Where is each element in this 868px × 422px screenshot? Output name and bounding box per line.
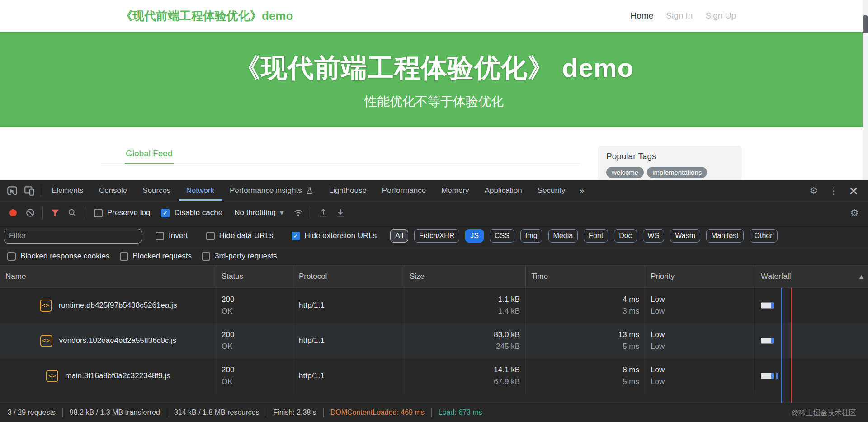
sort-asc-icon: ▲ <box>859 273 863 280</box>
request-name: runtime.db425f97b5438c5261ea.js <box>59 300 177 311</box>
resources-size: 314 kB / 1.8 MB resources <box>174 408 259 417</box>
preserve-log-toggle[interactable]: Preserve log <box>94 208 150 217</box>
filter-type-js[interactable]: JS <box>465 229 484 243</box>
tab-performance-insights[interactable]: Performance insights <box>222 180 321 201</box>
tab-memory[interactable]: Memory <box>434 180 476 201</box>
network-filter-row: Invert Hide data URLs ✓ Hide extension U… <box>0 225 868 247</box>
tab-network[interactable]: Network <box>179 180 222 201</box>
filter-funnel-icon[interactable] <box>47 205 63 220</box>
column-header-protocol[interactable]: Protocol <box>293 266 404 287</box>
throttling-select[interactable]: No throttling ▼ <box>234 208 283 217</box>
tab-sources[interactable]: Sources <box>135 180 178 201</box>
blocked-requests-checkbox[interactable] <box>120 252 128 261</box>
request-row-main[interactable]: <> main.3f16a8bf0a2c322348f9.js 200OK ht… <box>0 358 868 394</box>
settings-gear-icon[interactable]: ⚙ <box>806 183 822 199</box>
invert-toggle[interactable]: Invert <box>156 231 188 240</box>
tab-security[interactable]: Security <box>530 180 573 201</box>
close-icon[interactable]: × <box>845 183 862 199</box>
blocked-response-cookies-checkbox[interactable] <box>7 252 16 261</box>
js-file-icon: <> <box>40 335 52 347</box>
filter-type-ws[interactable]: WS <box>643 229 665 243</box>
tag-list: welcome implementations <box>606 167 734 178</box>
tag-welcome[interactable]: welcome <box>606 167 644 178</box>
request-table-body: <> runtime.db425f97b5438c5261ea.js 200OK… <box>0 288 868 403</box>
hide-extension-urls-toggle[interactable]: ✓ Hide extension URLs <box>292 231 377 240</box>
page-scrollbar-thumb[interactable] <box>863 15 868 33</box>
filter-type-font[interactable]: Font <box>584 229 608 243</box>
nav-home[interactable]: Home <box>631 11 654 21</box>
nav-sign-in[interactable]: Sign In <box>666 11 693 21</box>
site-brand[interactable]: 《现代前端工程体验优化》demo <box>121 8 293 24</box>
blocked-response-cookies-toggle[interactable]: Blocked response cookies <box>7 252 110 261</box>
screen: 《现代前端工程体验优化》demo Home Sign In Sign Up 《现… <box>0 0 868 422</box>
tab-elements[interactable]: Elements <box>44 180 91 201</box>
watermark: @稀土掘金技术社区 <box>791 408 856 418</box>
third-party-requests-toggle[interactable]: 3rd-party requests <box>202 252 277 261</box>
third-party-requests-checkbox[interactable] <box>202 252 210 261</box>
nav-sign-up[interactable]: Sign Up <box>705 11 736 21</box>
hide-data-urls-checkbox[interactable] <box>206 232 215 240</box>
invert-checkbox[interactable] <box>156 232 164 240</box>
network-settings-gear-icon[interactable]: ⚙ <box>846 205 863 221</box>
import-har-button[interactable] <box>316 205 331 220</box>
banner-subtitle: 性能优化不等于体验优化 <box>0 93 868 110</box>
tab-application[interactable]: Application <box>477 180 530 201</box>
filter-type-doc[interactable]: Doc <box>614 229 637 243</box>
divider <box>311 207 311 219</box>
page-scrollbar[interactable] <box>863 0 868 180</box>
column-header-size[interactable]: Size <box>404 266 526 287</box>
request-table-header: Name Status Protocol Size Time Priority … <box>0 266 868 288</box>
more-tabs-button[interactable]: » <box>573 180 591 201</box>
network-toolbar: Preserve log ✓ Disable cache No throttli… <box>0 201 868 225</box>
preserve-log-checkbox[interactable] <box>94 209 103 217</box>
waterfall-tick <box>776 373 778 379</box>
network-conditions-icon[interactable] <box>291 205 306 220</box>
load-event-marker <box>791 288 792 403</box>
tag-implementations[interactable]: implementations <box>647 167 707 178</box>
export-har-button[interactable] <box>333 205 348 220</box>
column-header-time[interactable]: Time <box>526 266 645 287</box>
column-header-name[interactable]: Name <box>0 266 216 287</box>
kebab-menu-icon[interactable]: ⋮ <box>826 183 842 199</box>
column-header-priority[interactable]: Priority <box>645 266 755 287</box>
filter-type-media[interactable]: Media <box>548 229 578 243</box>
search-icon[interactable] <box>65 205 80 220</box>
page-content: Global Feed Popular Tags welcome impleme… <box>0 127 868 180</box>
clear-button[interactable] <box>23 205 38 220</box>
inspect-element-icon[interactable] <box>4 180 21 201</box>
top-nav: Home Sign In Sign Up <box>631 11 736 21</box>
tab-lighthouse[interactable]: Lighthouse <box>321 180 374 201</box>
dom-content-loaded-marker <box>781 288 782 403</box>
device-toolbar-icon[interactable] <box>21 180 38 201</box>
webpage: 《现代前端工程体验优化》demo Home Sign In Sign Up 《现… <box>0 0 868 180</box>
disable-cache-checkbox[interactable]: ✓ <box>161 209 170 217</box>
tab-global-feed[interactable]: Global Feed <box>125 149 174 164</box>
record-icon <box>9 209 17 216</box>
filter-type-other[interactable]: Other <box>750 229 778 243</box>
hide-data-urls-toggle[interactable]: Hide data URLs <box>206 231 274 240</box>
column-header-waterfall[interactable]: Waterfall ▲ <box>755 266 868 287</box>
filter-type-fetch-xhr[interactable]: Fetch/XHR <box>414 229 459 243</box>
hide-extension-urls-checkbox[interactable]: ✓ <box>292 232 300 240</box>
request-row-vendors[interactable]: <> vendors.102eae4ed2a55ff36c0c.js 200OK… <box>0 323 868 358</box>
divider <box>42 207 43 219</box>
filter-type-manifest[interactable]: Manifest <box>706 229 743 243</box>
tab-performance[interactable]: Performance <box>374 180 434 201</box>
column-header-status[interactable]: Status <box>216 266 293 287</box>
filter-type-all[interactable]: All <box>390 229 408 243</box>
chevron-down-icon: ▼ <box>280 210 283 216</box>
tab-console[interactable]: Console <box>91 180 135 201</box>
disable-cache-toggle[interactable]: ✓ Disable cache <box>161 208 222 217</box>
filter-input[interactable] <box>4 229 142 244</box>
banner-title: 《现代前端工程体验优化》 demo <box>0 51 868 86</box>
record-button[interactable] <box>5 205 21 220</box>
waterfall-bar <box>761 338 773 344</box>
js-file-icon: <> <box>46 370 58 382</box>
request-row-runtime[interactable]: <> runtime.db425f97b5438c5261ea.js 200OK… <box>0 288 868 323</box>
site-header: 《现代前端工程体验优化》demo Home Sign In Sign Up <box>0 0 868 32</box>
blocked-requests-toggle[interactable]: Blocked requests <box>120 252 192 261</box>
filter-type-wasm[interactable]: Wasm <box>670 229 700 243</box>
filter-type-img[interactable]: Img <box>520 229 542 243</box>
blocked-options-row: Blocked response cookies Blocked request… <box>0 247 868 266</box>
filter-type-css[interactable]: CSS <box>490 229 514 243</box>
